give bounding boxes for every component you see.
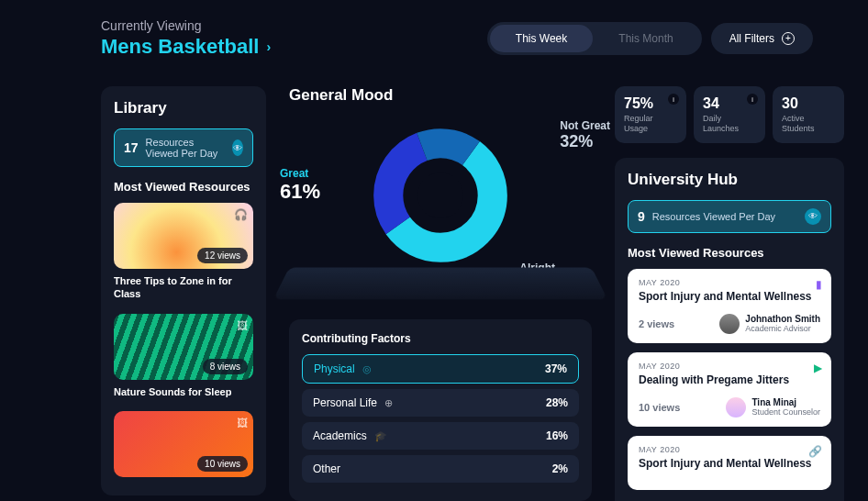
general-mood-title: General Mood	[289, 86, 592, 105]
post-title: Dealing with Pregame Jitters	[639, 373, 820, 386]
viewing-title-text: Mens Basketball	[101, 35, 259, 59]
video-icon: ▶	[814, 362, 822, 374]
factor-row-physical[interactable]: Physical◎ 37%	[302, 354, 579, 384]
hub-per-day-number: 9	[638, 209, 645, 224]
library-column: Library 17 Resources Viewed Per Day 👁 Mo…	[101, 86, 266, 501]
hub-post[interactable]: ▶ MAY 2020 Dealing with Pregame Jitters …	[628, 352, 831, 427]
hub-post[interactable]: ▮ MAY 2020 Sport Injury and Mental Welln…	[628, 269, 831, 343]
library-per-day-pill[interactable]: 17 Resources Viewed Per Day 👁	[114, 128, 253, 167]
link-icon: 🔗	[808, 445, 822, 458]
viewing-selector[interactable]: Currently Viewing Mens Basketball ›	[101, 18, 271, 59]
post-author: Johnathon Smith Academic Advisor	[719, 314, 820, 334]
post-views: 2 views	[639, 318, 674, 329]
library-per-day-label: Resources Viewed Per Day	[146, 137, 226, 159]
chevron-right-icon: ›	[266, 39, 271, 54]
post-date: MAY 2020	[639, 278, 820, 287]
headphones-icon: 🎧	[234, 208, 248, 221]
resource-thumb[interactable]: 🖼 8 views	[114, 314, 253, 380]
library-card: Library 17 Resources Viewed Per Day 👁 Mo…	[101, 86, 266, 495]
factor-label: Personal Life	[313, 396, 377, 409]
eye-icon: 👁	[232, 139, 243, 156]
stat-label: Daily Launches	[703, 114, 756, 134]
avatar	[726, 397, 746, 418]
library-per-day-number: 17	[124, 140, 139, 155]
stat-label: Active Students	[782, 114, 835, 134]
hub-most-viewed-heading: Most Viewed Resources	[628, 246, 831, 260]
eye-icon: 👁	[805, 208, 821, 225]
factor-pct: 37%	[545, 362, 567, 375]
views-badge: 10 views	[197, 456, 248, 472]
stat-students[interactable]: 30 Active Students	[773, 86, 844, 143]
label-pct: 32%	[560, 132, 610, 151]
image-icon: 🖼	[237, 417, 248, 429]
stat-label: Regular Usage	[624, 114, 677, 134]
author-name: Tina Minaj	[751, 397, 820, 407]
label-text: Not Great	[560, 119, 610, 132]
stat-launches[interactable]: i 34 Daily Launches	[694, 86, 765, 143]
post-date: MAY 2020	[639, 445, 820, 454]
globe-icon: ⊕	[384, 397, 393, 409]
views-badge: 8 views	[203, 359, 248, 374]
viewing-title[interactable]: Mens Basketball ›	[101, 35, 271, 59]
donut-label-notgreat: Not Great 32%	[560, 119, 610, 151]
chart-pedestal	[273, 268, 607, 300]
factor-row-academics[interactable]: Academics🎓 16%	[302, 422, 579, 450]
info-dot-icon: i	[668, 94, 679, 105]
stat-usage[interactable]: i 75% Regular Usage	[615, 86, 686, 143]
author-role: Student Counselor	[751, 407, 820, 417]
viewing-label: Currently Viewing	[101, 18, 271, 33]
post-views: 10 views	[639, 402, 680, 413]
factor-row-other[interactable]: Other 2%	[302, 455, 579, 483]
library-title: Library	[114, 99, 253, 117]
resource-thumb[interactable]: 🖼 10 views	[114, 411, 253, 477]
most-viewed-heading: Most Viewed Resources	[114, 180, 253, 194]
donut-svg	[372, 127, 509, 264]
factor-row-personal[interactable]: Personal Life⊕ 28%	[302, 389, 579, 417]
label-text: Great	[280, 167, 308, 180]
post-date: MAY 2020	[639, 362, 820, 371]
resource-title: Nature Sounds for Sleep	[114, 385, 253, 398]
factor-pct: 28%	[546, 396, 568, 409]
info-dot-icon: i	[747, 94, 758, 105]
resource-title: Three Tips to Zone in for Class	[114, 274, 253, 301]
physical-icon: ◎	[362, 363, 372, 375]
post-title: Sport Injury and Mental Wellness	[639, 290, 820, 303]
right-column: i 75% Regular Usage i 34 Daily Launches …	[615, 86, 844, 501]
hub-title: University Hub	[628, 171, 831, 189]
center-column: General Mood Great 61% Not Great 32% Alr…	[289, 86, 592, 501]
tab-this-month[interactable]: This Month	[593, 25, 698, 52]
stats-row: i 75% Regular Usage i 34 Daily Launches …	[615, 86, 844, 143]
post-author: Tina Minaj Student Counselor	[726, 397, 820, 418]
post-title: Sport Injury and Mental Wellness	[639, 457, 820, 470]
all-filters-button[interactable]: All Filters +	[711, 23, 813, 54]
plus-icon: +	[782, 32, 795, 45]
author-role: Academic Advisor	[745, 324, 820, 333]
factors-title: Contributing Factors	[302, 332, 579, 345]
author-name: Johnathon Smith	[745, 314, 820, 324]
mood-donut-chart: Great 61% Not Great 32% Alright 18%	[289, 127, 592, 264]
factor-label: Academics	[313, 429, 367, 442]
factor-pct: 2%	[552, 462, 568, 475]
tab-this-week[interactable]: This Week	[490, 25, 593, 52]
hub-per-day-pill[interactable]: 9 Resources Viewed Per Day 👁	[628, 200, 831, 233]
resource-thumb[interactable]: 🎧 12 views	[114, 203, 253, 269]
graduation-icon: 🎓	[374, 430, 387, 442]
main-grid: Library 17 Resources Viewed Per Day 👁 Mo…	[101, 86, 813, 501]
views-badge: 12 views	[197, 248, 248, 263]
university-hub-card: University Hub 9 Resources Viewed Per Da…	[615, 158, 844, 501]
svg-point-3	[417, 173, 463, 218]
filters-label: All Filters	[729, 32, 774, 45]
time-toggle: This Week This Month	[487, 22, 702, 55]
avatar	[719, 314, 740, 334]
image-icon: 🖼	[237, 319, 248, 332]
header: Currently Viewing Mens Basketball › This…	[101, 18, 813, 59]
header-controls: This Week This Month All Filters +	[487, 22, 813, 55]
factor-pct: 16%	[546, 429, 568, 442]
stat-value: 30	[782, 95, 835, 112]
hub-per-day-label: Resources Viewed Per Day	[652, 211, 775, 222]
hub-post[interactable]: 🔗 MAY 2020 Sport Injury and Mental Welln…	[628, 436, 831, 490]
donut-label-great: Great 61%	[280, 167, 320, 204]
document-icon: ▮	[816, 278, 822, 291]
label-pct: 61%	[280, 180, 320, 204]
contributing-factors-card: Contributing Factors Physical◎ 37% Perso…	[289, 319, 592, 501]
